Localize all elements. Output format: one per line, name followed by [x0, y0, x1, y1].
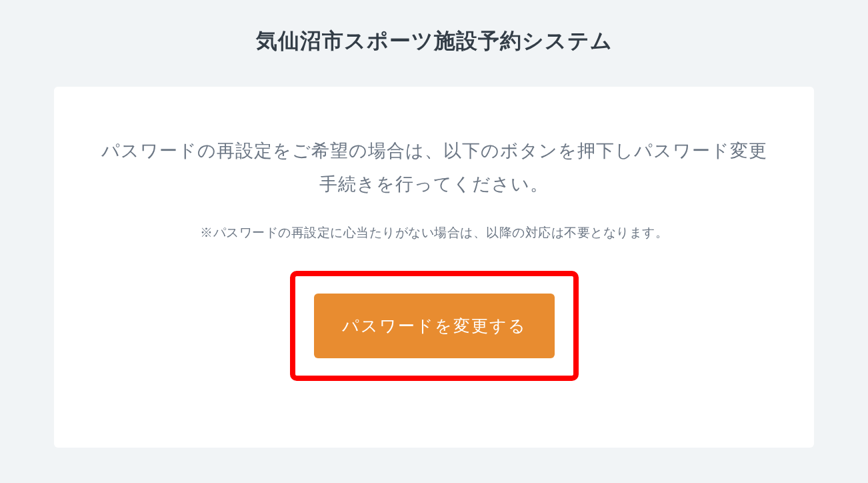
button-highlight-box: パスワードを変更する	[290, 271, 579, 381]
page-title: 気仙沼市スポーツ施設予約システム	[0, 27, 868, 56]
instruction-text: パスワードの再設定をご希望の場合は、以下のボタンを押下しパスワード変更手続きを行…	[94, 135, 774, 201]
note-text: ※パスワードの再設定に心当たりがない場合は、以降の対応は不要となります。	[94, 224, 774, 242]
change-password-button[interactable]: パスワードを変更する	[314, 294, 555, 358]
password-reset-card: パスワードの再設定をご希望の場合は、以下のボタンを押下しパスワード変更手続きを行…	[54, 87, 814, 448]
